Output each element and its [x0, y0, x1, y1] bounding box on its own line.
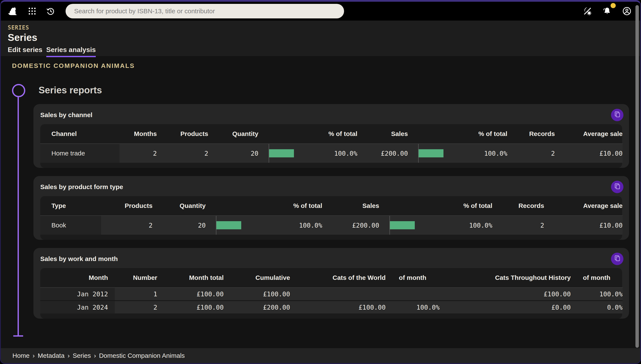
grid-icon: [28, 6, 37, 16]
column-header: Month total: [157, 268, 224, 287]
table-cell: £200.00: [322, 216, 379, 235]
bar-cell: [206, 216, 249, 235]
report-table: MonthNumberMonth totalCumulativeCats of …: [40, 268, 622, 318]
bar-column-header: [206, 196, 249, 216]
table-cell: [290, 287, 386, 300]
tab-edit-series[interactable]: Edit series: [8, 46, 43, 57]
column-header: Average sale: [544, 196, 622, 216]
table-cell: 100.0%: [422, 216, 492, 235]
table-cell: Home trade: [40, 144, 120, 163]
column-header: of month: [386, 268, 440, 287]
copy-button[interactable]: [611, 253, 623, 265]
scrollbar[interactable]: [635, 5, 639, 348]
app-window: SERIES Series Edit series Series analysi…: [0, 0, 641, 364]
history-button[interactable]: [43, 4, 58, 18]
copy-icon: [613, 111, 621, 120]
breadcrumb-current: Domestic Companion Animals: [99, 352, 185, 359]
table-header-row: ChannelMonthsProductsQuantity% of totalS…: [40, 124, 622, 144]
bar-column-header: [258, 124, 295, 144]
column-header: % of total: [422, 196, 492, 216]
breadcrumb-series[interactable]: Series: [73, 352, 91, 359]
table-cell: £10.00: [544, 216, 622, 235]
timeline-line: [18, 96, 19, 335]
account-icon: [622, 6, 632, 16]
notifications-button[interactable]: [600, 4, 614, 18]
value-bar: [419, 149, 443, 158]
table-cell: Jan 2024: [40, 300, 115, 314]
copy-icon: [613, 254, 621, 263]
table-cell: 20: [208, 144, 258, 163]
card-title: Sales by channel: [40, 111, 622, 118]
column-header: Sales: [357, 124, 408, 144]
bar-cell: [258, 144, 295, 163]
breadcrumb-home[interactable]: Home: [13, 352, 30, 359]
table-row: Jan 20242£100.00£200.00£100.00100.0%£0.0…: [40, 300, 622, 314]
bar-cell: [379, 216, 422, 235]
table-cell: £0.00: [440, 300, 571, 314]
card-title: Sales by work and month: [40, 255, 622, 262]
bar-column-header: [408, 124, 444, 144]
table-cell: Book: [40, 216, 101, 235]
breadcrumb-separator: ›: [33, 352, 35, 359]
table-cell: £200.00: [357, 144, 408, 163]
page-header: SERIES Series Edit series Series analysi…: [1, 20, 640, 56]
theme-toggle-button[interactable]: [580, 4, 595, 18]
search-input[interactable]: [66, 4, 344, 18]
table-cell: 2: [101, 216, 153, 235]
report-card: Sales by work and month MonthNumberMonth…: [34, 248, 629, 318]
tab-series-analysis[interactable]: Series analysis: [46, 46, 96, 57]
column-header: of month: [571, 268, 622, 287]
bar-axis: [269, 144, 295, 163]
column-header: Month: [40, 268, 115, 287]
page-title: Series: [8, 32, 640, 43]
copy-icon: [613, 183, 621, 192]
account-button[interactable]: [619, 4, 634, 18]
table-header-row: TypeProductsQuantity% of totalSales% of …: [40, 196, 622, 216]
table-row: Home trade2220100.0%£200.00100.0%2£10.00: [40, 144, 622, 163]
breadcrumb-metadata[interactable]: Metadata: [38, 352, 65, 359]
value-bar: [269, 149, 294, 158]
column-header: Products: [101, 196, 153, 216]
section-title: Series reports: [39, 85, 640, 96]
column-header: Records: [507, 124, 555, 144]
theme-toggle-icon: [582, 6, 592, 16]
apps-menu-button[interactable]: [25, 4, 40, 18]
column-header: Cats of the World: [290, 268, 386, 287]
column-header: Products: [157, 124, 208, 144]
bar-axis: [418, 144, 444, 163]
topbar: [1, 2, 640, 20]
table-cell: £200.00: [224, 300, 290, 314]
column-header: Months: [120, 124, 157, 144]
report-table: ChannelMonthsProductsQuantity% of totalS…: [40, 124, 622, 168]
card-header: Sales by channel: [34, 104, 629, 124]
value-bar: [390, 221, 415, 229]
breadcrumb-separator: ›: [94, 352, 96, 359]
table-cell: 100.0%: [386, 300, 440, 314]
table-cell: 20: [153, 216, 206, 235]
column-header: Average sale: [555, 124, 622, 144]
table-cell: 2: [507, 144, 555, 163]
cat-logo-icon: [7, 6, 18, 17]
copy-button[interactable]: [611, 181, 623, 193]
table-cell: 2: [157, 144, 208, 163]
column-header: Records: [492, 196, 544, 216]
table-cell: 100.0%: [571, 287, 622, 300]
table-cell: £100.00: [224, 287, 290, 300]
column-header: Channel: [40, 124, 120, 144]
table-cell: £100.00: [157, 287, 224, 300]
breadcrumb: Home › Metadata › Series › Domestic Comp…: [1, 348, 640, 363]
column-header: Number: [115, 268, 157, 287]
column-header: Cumulative: [224, 268, 290, 287]
bar-cell: [408, 144, 444, 163]
report-cards: Sales by channel ChannelMonthsProductsQu…: [34, 104, 629, 318]
table-cell: 2: [492, 216, 544, 235]
table-row: Book220100.0%£200.00100.0%2£10.00: [40, 216, 622, 235]
table-cell: 100.0%: [444, 144, 507, 163]
report-table: TypeProductsQuantity% of totalSales% of …: [40, 196, 622, 240]
home-logo-button[interactable]: [5, 4, 20, 18]
column-header: % of total: [249, 196, 322, 216]
copy-button[interactable]: [611, 109, 623, 121]
table-row: Jan 20121£100.00£100.00£100.00100.0%: [40, 287, 622, 300]
report-card: Sales by product form type TypeProductsQ…: [34, 176, 629, 240]
column-header: Quantity: [153, 196, 206, 216]
